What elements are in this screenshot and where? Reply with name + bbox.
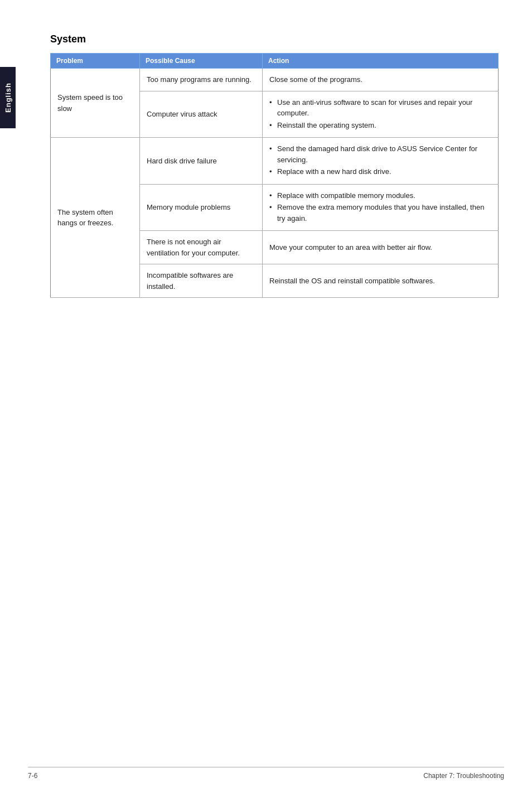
header-cause: Possible Cause xyxy=(140,54,263,69)
sidebar-label: English xyxy=(4,83,12,113)
footer-page-number: 7-6 xyxy=(28,772,37,780)
table-row: System speed is too slowToo many program… xyxy=(51,69,499,91)
cause-cell: There is not enough air ventilation for … xyxy=(140,231,263,264)
problem-cell: The system often hangs or freezes. xyxy=(51,138,140,298)
header-action: Action xyxy=(263,54,499,69)
cause-cell: Memory module problems xyxy=(140,184,263,231)
action-bullet: Replace with a new hard disk drive. xyxy=(269,166,491,177)
action-cell: Replace with compatible memory modules.R… xyxy=(263,184,499,231)
action-cell: Close some of the programs. xyxy=(263,69,499,91)
page-title: System xyxy=(50,33,499,45)
table-header-row: Problem Possible Cause Action xyxy=(51,54,499,69)
header-problem: Problem xyxy=(51,54,140,69)
action-cell: Move your computer to an area with bette… xyxy=(263,231,499,264)
action-bullet: Remove the extra memory modules that you… xyxy=(269,202,491,224)
cause-cell: Computer virus attack xyxy=(140,91,263,138)
footer-chapter: Chapter 7: Troubleshooting xyxy=(423,772,504,780)
problem-cell: System speed is too slow xyxy=(51,69,140,138)
cause-cell: Incompatible softwares are installed. xyxy=(140,264,263,298)
cause-cell: Hard disk drive failure xyxy=(140,138,263,185)
table-row: The system often hangs or freezes.Hard d… xyxy=(51,138,499,185)
action-bullet: Replace with compatible memory modules. xyxy=(269,190,491,201)
action-cell: Reinstall the OS and reinstall compatibl… xyxy=(263,264,499,298)
action-cell: Use an anti-virus software to scan for v… xyxy=(263,91,499,138)
cause-cell: Too many programs are running. xyxy=(140,69,263,91)
sidebar-tab: English xyxy=(0,67,16,128)
action-bullet: Send the damaged hard disk drive to ASUS… xyxy=(269,143,491,165)
action-bullet: Use an anti-virus software to scan for v… xyxy=(269,97,491,119)
page-footer: 7-6 Chapter 7: Troubleshooting xyxy=(28,767,504,780)
action-cell: Send the damaged hard disk drive to ASUS… xyxy=(263,138,499,185)
action-bullet: Reinstall the operating system. xyxy=(269,120,491,131)
troubleshoot-table: Problem Possible Cause Action System spe… xyxy=(50,53,499,298)
main-content: System Problem Possible Cause Action Sys… xyxy=(28,0,532,342)
